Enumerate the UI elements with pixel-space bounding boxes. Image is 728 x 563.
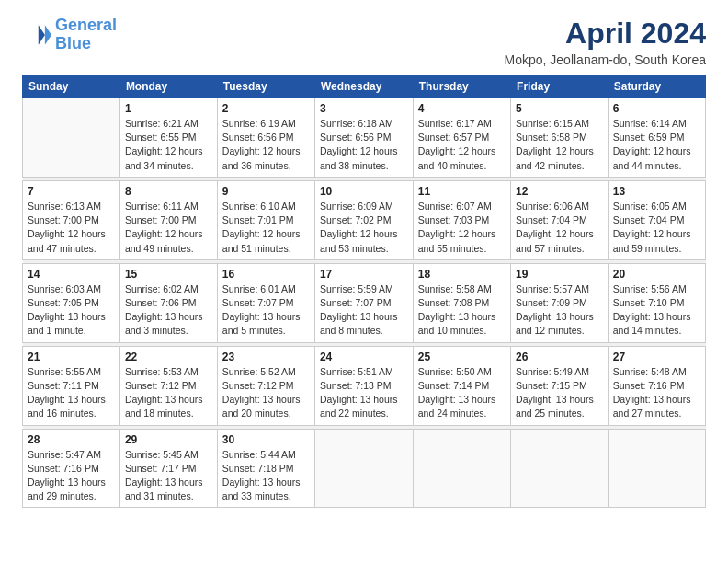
- day-number: 13: [613, 185, 700, 198]
- day-info: Sunrise: 6:05 AMSunset: 7:04 PMDaylight:…: [613, 200, 700, 256]
- day-info: Sunrise: 5:50 AMSunset: 7:14 PMDaylight:…: [418, 365, 506, 421]
- day-number: 5: [516, 102, 603, 115]
- svg-marker-1: [39, 25, 45, 44]
- day-number: 23: [222, 350, 310, 363]
- day-info: Sunrise: 6:13 AMSunset: 7:00 PMDaylight:…: [28, 200, 115, 256]
- day-number: 2: [222, 102, 310, 115]
- day-info: Sunrise: 6:19 AMSunset: 6:56 PMDaylight:…: [222, 117, 310, 173]
- day-info: Sunrise: 6:06 AMSunset: 7:04 PMDaylight:…: [516, 200, 603, 256]
- month-title: April 2024: [505, 17, 706, 51]
- calendar: SundayMondayTuesdayWednesdayThursdayFrid…: [22, 75, 706, 508]
- day-number: 29: [125, 433, 212, 446]
- day-cell: 9Sunrise: 6:10 AMSunset: 7:01 PMDaylight…: [217, 180, 314, 259]
- svg-marker-0: [45, 25, 51, 44]
- day-number: 30: [222, 433, 310, 446]
- day-number: 26: [516, 350, 603, 363]
- page-container: General Blue April 2024 Mokpo, Jeollanam…: [0, 0, 728, 519]
- day-cell: 17Sunrise: 5:59 AMSunset: 7:07 PMDayligh…: [314, 263, 413, 342]
- day-info: Sunrise: 6:01 AMSunset: 7:07 PMDaylight:…: [222, 282, 310, 339]
- day-info: Sunrise: 5:51 AMSunset: 7:13 PMDaylight:…: [320, 365, 408, 421]
- day-cell: 14Sunrise: 6:03 AMSunset: 7:05 PMDayligh…: [23, 263, 120, 342]
- day-number: 17: [320, 268, 408, 281]
- day-info: Sunrise: 6:09 AMSunset: 7:02 PMDaylight:…: [320, 200, 408, 256]
- day-cell: 10Sunrise: 6:09 AMSunset: 7:02 PMDayligh…: [314, 180, 413, 259]
- day-number: 28: [28, 433, 115, 446]
- week-row-4: 21Sunrise: 5:55 AMSunset: 7:11 PMDayligh…: [23, 346, 706, 425]
- day-info: Sunrise: 5:59 AMSunset: 7:07 PMDaylight:…: [320, 282, 408, 339]
- day-cell: 1Sunrise: 6:21 AMSunset: 6:55 PMDaylight…: [119, 98, 217, 178]
- location: Mokpo, Jeollanam-do, South Korea: [505, 52, 706, 67]
- day-number: 25: [418, 350, 506, 363]
- day-info: Sunrise: 5:44 AMSunset: 7:18 PMDaylight:…: [222, 448, 310, 504]
- day-number: 24: [320, 350, 408, 363]
- day-cell: 3Sunrise: 6:18 AMSunset: 6:56 PMDaylight…: [314, 98, 413, 178]
- day-number: 15: [125, 268, 212, 281]
- day-number: 12: [516, 185, 603, 198]
- day-number: 20: [613, 268, 700, 281]
- day-cell: 28Sunrise: 5:47 AMSunset: 7:16 PMDayligh…: [23, 429, 120, 508]
- day-cell: 23Sunrise: 5:52 AMSunset: 7:12 PMDayligh…: [217, 346, 314, 425]
- day-number: 7: [28, 185, 115, 198]
- day-cell: 15Sunrise: 6:02 AMSunset: 7:06 PMDayligh…: [119, 263, 217, 342]
- day-number: 10: [320, 185, 408, 198]
- day-cell: [511, 429, 609, 508]
- week-row-5: 28Sunrise: 5:47 AMSunset: 7:16 PMDayligh…: [23, 429, 706, 508]
- weekday-header-wednesday: Wednesday: [314, 75, 413, 98]
- day-number: 14: [28, 268, 115, 281]
- day-info: Sunrise: 6:15 AMSunset: 6:58 PMDaylight:…: [516, 117, 603, 173]
- weekday-header-row: SundayMondayTuesdayWednesdayThursdayFrid…: [23, 75, 706, 98]
- day-cell: [23, 98, 120, 178]
- day-info: Sunrise: 5:52 AMSunset: 7:12 PMDaylight:…: [222, 365, 310, 421]
- day-cell: 12Sunrise: 6:06 AMSunset: 7:04 PMDayligh…: [511, 180, 609, 259]
- day-cell: 8Sunrise: 6:11 AMSunset: 7:00 PMDaylight…: [119, 180, 217, 259]
- day-number: 8: [125, 185, 212, 198]
- day-info: Sunrise: 5:48 AMSunset: 7:16 PMDaylight:…: [613, 365, 700, 421]
- day-cell: 4Sunrise: 6:17 AMSunset: 6:57 PMDaylight…: [413, 98, 510, 178]
- weekday-header-saturday: Saturday: [608, 75, 705, 98]
- day-number: 3: [320, 102, 408, 115]
- day-cell: 30Sunrise: 5:44 AMSunset: 7:18 PMDayligh…: [217, 429, 314, 508]
- day-cell: 25Sunrise: 5:50 AMSunset: 7:14 PMDayligh…: [413, 346, 510, 425]
- day-info: Sunrise: 5:45 AMSunset: 7:17 PMDaylight:…: [125, 448, 212, 504]
- day-cell: 16Sunrise: 6:01 AMSunset: 7:07 PMDayligh…: [217, 263, 314, 342]
- day-number: 22: [125, 350, 212, 363]
- day-info: Sunrise: 5:58 AMSunset: 7:08 PMDaylight:…: [418, 282, 506, 339]
- day-cell: 13Sunrise: 6:05 AMSunset: 7:04 PMDayligh…: [608, 180, 705, 259]
- day-cell: 24Sunrise: 5:51 AMSunset: 7:13 PMDayligh…: [314, 346, 413, 425]
- day-number: 1: [125, 102, 212, 115]
- day-number: 9: [222, 185, 310, 198]
- day-cell: 20Sunrise: 5:56 AMSunset: 7:10 PMDayligh…: [608, 263, 705, 342]
- day-info: Sunrise: 5:56 AMSunset: 7:10 PMDaylight:…: [613, 282, 700, 339]
- day-number: 18: [418, 268, 506, 281]
- day-cell: [608, 429, 705, 508]
- day-cell: [413, 429, 510, 508]
- weekday-header-tuesday: Tuesday: [217, 75, 314, 98]
- weekday-header-sunday: Sunday: [23, 75, 120, 98]
- day-info: Sunrise: 6:10 AMSunset: 7:01 PMDaylight:…: [222, 200, 310, 256]
- day-info: Sunrise: 6:21 AMSunset: 6:55 PMDaylight:…: [125, 117, 212, 173]
- header: General Blue April 2024 Mokpo, Jeollanam…: [22, 17, 706, 67]
- day-info: Sunrise: 6:14 AMSunset: 6:59 PMDaylight:…: [613, 117, 700, 173]
- day-info: Sunrise: 6:17 AMSunset: 6:57 PMDaylight:…: [418, 117, 506, 173]
- day-info: Sunrise: 5:47 AMSunset: 7:16 PMDaylight:…: [28, 448, 115, 504]
- day-cell: 2Sunrise: 6:19 AMSunset: 6:56 PMDaylight…: [217, 98, 314, 178]
- day-cell: 22Sunrise: 5:53 AMSunset: 7:12 PMDayligh…: [119, 346, 217, 425]
- logo: General Blue: [22, 17, 117, 53]
- day-cell: 27Sunrise: 5:48 AMSunset: 7:16 PMDayligh…: [608, 346, 705, 425]
- day-info: Sunrise: 5:57 AMSunset: 7:09 PMDaylight:…: [516, 282, 603, 339]
- day-number: 21: [28, 350, 115, 363]
- day-cell: 7Sunrise: 6:13 AMSunset: 7:00 PMDaylight…: [23, 180, 120, 259]
- week-row-2: 7Sunrise: 6:13 AMSunset: 7:00 PMDaylight…: [23, 180, 706, 259]
- day-number: 4: [418, 102, 506, 115]
- weekday-header-thursday: Thursday: [413, 75, 510, 98]
- week-row-3: 14Sunrise: 6:03 AMSunset: 7:05 PMDayligh…: [23, 263, 706, 342]
- day-info: Sunrise: 6:11 AMSunset: 7:00 PMDaylight:…: [125, 200, 212, 256]
- day-info: Sunrise: 5:53 AMSunset: 7:12 PMDaylight:…: [125, 365, 212, 421]
- logo-text: General Blue: [55, 17, 117, 53]
- day-cell: [314, 429, 413, 508]
- day-cell: 11Sunrise: 6:07 AMSunset: 7:03 PMDayligh…: [413, 180, 510, 259]
- day-info: Sunrise: 6:03 AMSunset: 7:05 PMDaylight:…: [28, 282, 115, 339]
- day-cell: 29Sunrise: 5:45 AMSunset: 7:17 PMDayligh…: [119, 429, 217, 508]
- day-info: Sunrise: 5:49 AMSunset: 7:15 PMDaylight:…: [516, 365, 603, 421]
- weekday-header-friday: Friday: [511, 75, 609, 98]
